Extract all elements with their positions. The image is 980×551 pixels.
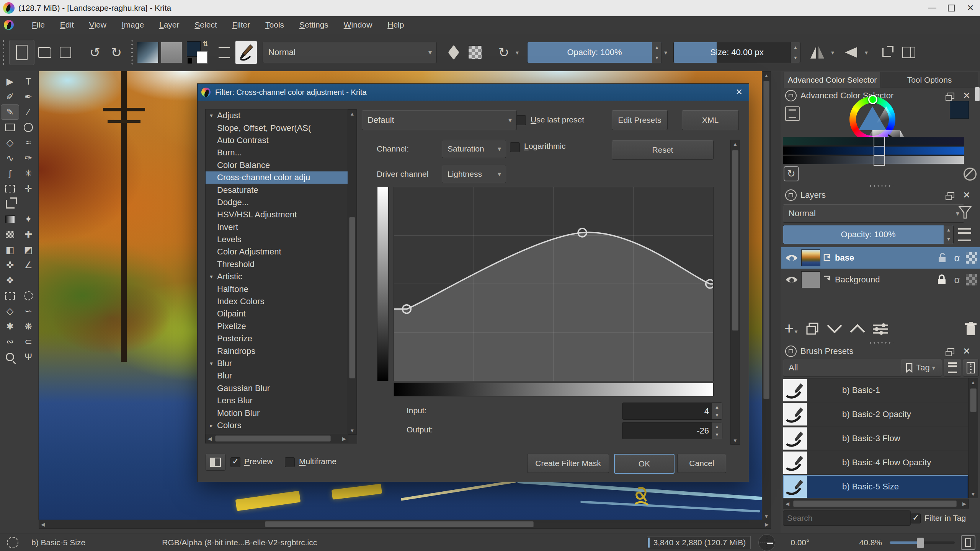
curve-editor[interactable]: [394, 187, 714, 381]
output-spinbox[interactable]: -26 ▲▼: [622, 422, 722, 439]
filter-tree-item[interactable]: Blur: [206, 370, 348, 382]
filter-tree-item[interactable]: Posterize: [206, 333, 348, 345]
brush-presets-float-icon[interactable]: [947, 348, 954, 354]
move-layer-up-button[interactable]: [849, 323, 866, 334]
tool-line[interactable]: ∕: [20, 105, 37, 119]
menu-edit[interactable]: Edit: [54, 16, 80, 34]
tool-select-shapes[interactable]: ▶: [1, 74, 19, 89]
filter-tree-item[interactable]: Motion Blur: [206, 407, 348, 419]
use-last-preset-checkbox[interactable]: [516, 115, 526, 125]
layer-visible-icon-2[interactable]: [785, 275, 798, 285]
tool-fill[interactable]: ◧: [1, 243, 19, 257]
acs-settings-button[interactable]: [785, 106, 800, 121]
canvas-hscroll-right[interactable]: ▶: [763, 520, 771, 528]
channel-combo[interactable]: Saturation: [442, 140, 506, 158]
menu-window[interactable]: Window: [337, 16, 379, 34]
mirror-vertical-button[interactable]: [840, 42, 862, 62]
tool-pattern-edit[interactable]: [1, 227, 19, 242]
opacity-dropdown-caret[interactable]: ▾: [664, 49, 667, 56]
canvas-vscroll-up[interactable]: ▲: [762, 72, 771, 79]
preset-hscrollbar[interactable]: ◀ ▶: [783, 499, 969, 509]
xml-button[interactable]: XML: [682, 110, 739, 130]
minimize-button[interactable]: [923, 0, 942, 16]
preset-vscroll-up[interactable]: ▲: [969, 378, 978, 386]
brush-presets-lock-icon[interactable]: [785, 346, 797, 357]
preview-checkbox[interactable]: [230, 457, 240, 467]
zoom-slider[interactable]: [890, 541, 955, 544]
tool-ellipse[interactable]: [20, 120, 37, 135]
tab-tool-options[interactable]: Tool Options: [881, 72, 978, 88]
edit-presets-button[interactable]: Edit Presets: [612, 110, 668, 130]
tree-hscrollbar[interactable]: ◀ ▶: [206, 434, 348, 443]
layer-filter-funnel-icon[interactable]: [958, 205, 972, 220]
tool-zoom[interactable]: [1, 350, 19, 364]
swap-colors-icon[interactable]: ⇅: [203, 40, 208, 48]
brush-preset-item[interactable]: b) Basic-3 Flow: [783, 427, 969, 451]
brush-presets-header[interactable]: Brush Presets ✕: [783, 344, 974, 358]
layer-opacity-slider[interactable]: Opacity: 100% ▲▼: [783, 225, 954, 244]
mirror-vertical-caret[interactable]: ▾: [865, 49, 868, 56]
tool-dynamic-brush[interactable]: ʃ: [1, 166, 19, 181]
reset-button[interactable]: Reset: [612, 140, 714, 160]
dialog-vscroll-thumb[interactable]: [732, 150, 738, 331]
preset-search-input[interactable]: [783, 510, 911, 526]
layer-unlock-icon[interactable]: [938, 253, 947, 263]
tree-vscrollbar[interactable]: ▲ ▼: [348, 109, 357, 435]
tree-caret-icon[interactable]: ▾: [206, 273, 217, 280]
filter-tree-item[interactable]: Burn...: [206, 147, 348, 159]
tool-select-freehand[interactable]: ∽: [20, 304, 37, 318]
menu-image[interactable]: Image: [115, 16, 150, 34]
filter-tree-item[interactable]: ▾ Blur: [206, 357, 348, 370]
move-layer-down-button[interactable]: [826, 323, 843, 334]
reload-preset-button[interactable]: ↻: [494, 42, 513, 62]
filter-tree-item[interactable]: Oilpaint: [206, 308, 348, 320]
preset-vscrollbar[interactable]: ▲ ▼: [968, 378, 978, 498]
tool-assistants[interactable]: ✜: [1, 258, 19, 272]
layer-alpha-icon[interactable]: α: [951, 252, 963, 264]
tool-move[interactable]: ✛: [20, 181, 37, 196]
status-image-size[interactable]: 3,840 x 2,880 (120.7 MiB): [647, 536, 751, 549]
tool-select-contiguous[interactable]: ❋: [20, 319, 37, 334]
tool-rectangle[interactable]: [1, 120, 19, 135]
redo-button[interactable]: ↻: [106, 42, 127, 62]
opacity-spinner[interactable]: ▲▼: [652, 42, 662, 63]
layers-resize-handle[interactable]: [869, 341, 893, 344]
preset-hscroll-right[interactable]: ▶: [960, 499, 969, 508]
layers-close-icon[interactable]: ✕: [963, 190, 970, 201]
preset-vscroll-thumb[interactable]: [970, 388, 977, 412]
toolbar-grip-2[interactable]: [130, 39, 134, 66]
restore-button[interactable]: [942, 0, 961, 16]
tool-select-bezier[interactable]: ∾: [1, 334, 19, 349]
add-layer-button[interactable]: +: [784, 321, 794, 336]
acs-lock-icon[interactable]: [785, 90, 797, 101]
canvas-vscrollbar[interactable]: ▲ ▼: [762, 71, 771, 520]
tool-gradient[interactable]: [1, 212, 19, 227]
trim-to-image-button[interactable]: [875, 42, 898, 62]
color-strip-saturation[interactable]: [783, 146, 964, 155]
canvas-hscroll-thumb[interactable]: [265, 521, 534, 527]
logarithmic-checkbox[interactable]: [510, 142, 520, 152]
input-spinbox[interactable]: 4 ▲▼: [622, 403, 722, 420]
filter-tree-item[interactable]: Color Balance: [206, 159, 348, 171]
output-spin-arrows[interactable]: ▲▼: [712, 422, 722, 439]
mirror-horizontal-caret[interactable]: ▾: [831, 49, 834, 56]
delete-layer-button[interactable]: [964, 321, 977, 336]
filter-tree-item[interactable]: Threshold: [206, 258, 348, 271]
tool-crop[interactable]: [1, 197, 19, 211]
tree-vscroll-up[interactable]: ▲: [348, 110, 356, 117]
dialog-vscroll-down[interactable]: ▼: [731, 437, 740, 444]
menu-tools[interactable]: Tools: [259, 16, 291, 34]
preview-layout-button[interactable]: [206, 454, 225, 471]
menu-help[interactable]: Help: [381, 16, 410, 34]
tool-select-magnetic[interactable]: ⊂: [20, 334, 37, 349]
gradient-chooser[interactable]: [137, 42, 158, 63]
strip-lightness-handle[interactable]: [874, 155, 885, 166]
filter-tree-item[interactable]: ▾ Adjust: [206, 109, 348, 122]
tool-measure[interactable]: ∠: [20, 258, 37, 272]
choose-workflow-button[interactable]: [214, 42, 235, 62]
ok-button[interactable]: OK: [614, 454, 675, 474]
filter-tree-item[interactable]: Pixelize: [206, 320, 348, 333]
zoom-fit-button[interactable]: [961, 535, 975, 550]
tree-caret-icon[interactable]: ▾: [206, 360, 217, 367]
save-button[interactable]: [55, 42, 76, 62]
